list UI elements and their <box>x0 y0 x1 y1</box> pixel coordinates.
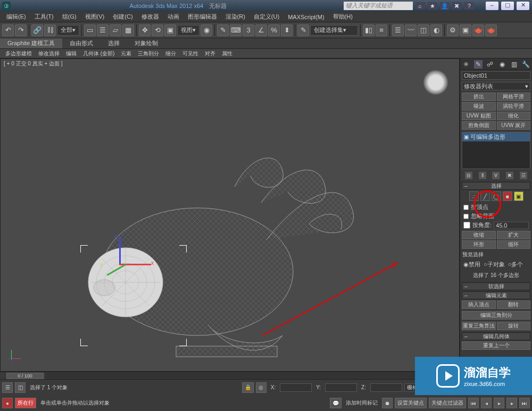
panel-tris[interactable]: 三角剖分 <box>135 50 162 57</box>
ignore-backfacing-checkbox[interactable] <box>463 214 469 219</box>
goto-start-icon[interactable]: ⏮ <box>468 398 479 408</box>
ring-button[interactable]: 环形 <box>462 240 496 249</box>
by-angle-checkbox[interactable] <box>463 222 470 229</box>
y-coord-field[interactable] <box>325 383 357 392</box>
redo-button[interactable]: ↷ <box>15 24 27 36</box>
material-editor-button[interactable]: ◐ <box>430 24 442 36</box>
utilities-tab-icon[interactable]: 🔧 <box>522 60 530 69</box>
script-rec-icon[interactable]: ● <box>2 398 13 408</box>
edit-named-sel-button[interactable]: ✎ <box>297 24 309 36</box>
btn-extrude[interactable]: 挤出 <box>462 93 496 101</box>
modifier-stack[interactable]: ▣ 可编辑多边形 <box>462 132 530 169</box>
panel-poly-model[interactable]: 多边形建模 <box>2 50 35 57</box>
display-tab-icon[interactable]: ▥ <box>510 60 518 69</box>
tab-object-paint[interactable]: 对象绘制 <box>127 38 165 48</box>
move-button[interactable]: ✥ <box>139 24 151 36</box>
set-key-large-button[interactable]: ⏺ <box>382 398 393 408</box>
menu-animation[interactable]: 动画 <box>163 13 184 21</box>
help-icon[interactable]: ? <box>464 2 474 10</box>
rotate-button[interactable]: ⟲ <box>152 24 163 36</box>
maximize-button[interactable]: ▢ <box>501 2 514 10</box>
subobj-vertex-icon[interactable]: ∴ <box>469 191 479 201</box>
insert-vertex-button[interactable]: 插入顶点 <box>462 300 496 309</box>
lock-icon[interactable]: 🔒 <box>242 382 254 393</box>
tab-graphite[interactable]: Graphite 建模工具 <box>0 38 62 48</box>
track-bar-button[interactable]: ◫ <box>15 382 26 393</box>
subobj-border-icon[interactable]: ◯ <box>492 191 501 201</box>
viewport[interactable]: [ + 0 正交 0 真实 + 边面 ] <box>0 58 460 372</box>
stack-editable-poly[interactable]: ▣ 可编辑多边形 <box>462 132 530 141</box>
angle-spinner[interactable]: 45.0 <box>494 222 529 229</box>
layer-manager-button[interactable]: ☰ <box>392 24 404 36</box>
menu-customize[interactable]: 自定义(U) <box>250 13 284 21</box>
ref-coord-system[interactable]: 视图 ▾ <box>177 25 200 36</box>
flip-button[interactable]: 翻转 <box>497 300 531 309</box>
radio-off[interactable]: ◉禁用 <box>463 261 480 269</box>
star-icon[interactable]: ★ <box>428 2 437 10</box>
unlink-button[interactable]: ⛓ <box>44 24 56 36</box>
render-setup-button[interactable]: ⚙ <box>447 24 459 36</box>
panel-align[interactable]: 对齐 <box>202 50 219 57</box>
by-vertex-checkbox[interactable] <box>463 205 469 210</box>
viewcube[interactable] <box>423 70 448 95</box>
keyboard-shortcut-button[interactable]: ⌨ <box>230 24 242 36</box>
edit-tri-button[interactable]: 编辑三角剖分 <box>462 311 530 320</box>
retriangulate-button[interactable]: 重复三角算法 <box>462 322 496 330</box>
create-tab-icon[interactable]: ✳ <box>462 60 470 69</box>
current-line-button[interactable]: 所在行 <box>15 398 36 408</box>
menu-views[interactable]: 视图(V) <box>81 13 109 21</box>
configure-sets-icon[interactable]: ☰ <box>520 172 527 179</box>
undo-button[interactable]: ↶ <box>2 24 14 36</box>
menu-create[interactable]: 创建(C) <box>109 13 137 21</box>
window-crossing-button[interactable]: ▦ <box>122 24 134 36</box>
render-button[interactable]: 🫖 <box>472 24 484 36</box>
panel-geometry[interactable]: 几何体 (全部) <box>80 50 118 57</box>
motion-tab-icon[interactable]: ◉ <box>498 60 506 69</box>
panel-subdivision[interactable]: 细分 <box>162 50 179 57</box>
rollout-selection[interactable]: 选择 <box>462 182 530 190</box>
hierarchy-tab-icon[interactable]: ☍ <box>486 60 494 69</box>
isolate-icon[interactable]: ◎ <box>256 382 267 393</box>
named-selection-set[interactable]: 创建选择集 ▾ <box>310 25 358 36</box>
rollout-edit-geometry[interactable]: 编辑几何体 <box>462 332 530 340</box>
object-name-field[interactable]: Object01 <box>462 71 530 80</box>
radio-multi[interactable]: ○多个 <box>508 261 523 269</box>
manipulate-button[interactable]: ✎ <box>217 24 229 36</box>
btn-uvwunwrap[interactable]: UVW 展开 <box>497 121 531 130</box>
maxscript-mini-listener-icon[interactable]: ☰ <box>2 382 13 393</box>
set-key-button[interactable]: 设置关键点 <box>395 398 427 408</box>
repeat-last-button[interactable]: 重复上一个 <box>462 341 530 350</box>
select-object-button[interactable]: ▭ <box>84 24 96 36</box>
align-button[interactable]: ≡ <box>376 24 387 36</box>
radio-subobj[interactable]: ○子对象 <box>484 261 505 269</box>
play-icon[interactable]: ▸ <box>494 398 504 408</box>
panel-visibility[interactable]: 可见性 <box>179 50 202 57</box>
prev-frame-icon[interactable]: ◂ <box>481 398 492 408</box>
transform-gizmo[interactable]: xyz <box>94 237 147 290</box>
menu-edit[interactable]: 编辑(E) <box>2 13 30 21</box>
x-coord-field[interactable] <box>280 383 312 392</box>
subobj-element-icon[interactable]: ▣ <box>514 191 523 201</box>
make-unique-icon[interactable]: ∀ <box>492 172 500 179</box>
panel-edit[interactable]: 编辑 <box>63 50 80 57</box>
show-end-result-icon[interactable]: Ⅱ <box>479 172 486 179</box>
schematic-view-button[interactable]: ◫ <box>418 24 429 36</box>
angle-snap-button[interactable]: ∠ <box>255 24 267 36</box>
close-button[interactable]: ✕ <box>517 2 529 10</box>
btn-meshsmooth[interactable]: 网格平滑 <box>497 93 531 101</box>
minimize-button[interactable]: – <box>486 2 498 10</box>
panel-properties[interactable]: 属性 <box>219 50 236 57</box>
quick-render-button[interactable]: 🫖 <box>485 24 497 36</box>
tab-selection[interactable]: 选择 <box>101 38 127 48</box>
panel-modify-sel[interactable]: 修改选择 <box>35 50 63 57</box>
viewport-label[interactable]: [ + 0 正交 0 真实 + 边面 ] <box>4 60 63 68</box>
snap-toggle-button[interactable]: 3 <box>243 24 254 36</box>
mirror-button[interactable]: ▮▯ <box>363 24 375 36</box>
selection-filter[interactable]: 全部 ▾ <box>57 25 79 36</box>
modifier-list-dropdown[interactable]: 修改器列表▾ <box>462 82 530 90</box>
subobj-edge-icon[interactable]: ╱ <box>480 191 490 201</box>
rollout-edit-elements[interactable]: 编辑元素 <box>462 291 530 299</box>
key-filters-button[interactable]: 关键点过滤器 <box>429 398 466 408</box>
next-frame-icon[interactable]: ▸ <box>506 398 517 408</box>
btn-chamfer[interactable]: 剪角倒面 <box>462 121 496 130</box>
